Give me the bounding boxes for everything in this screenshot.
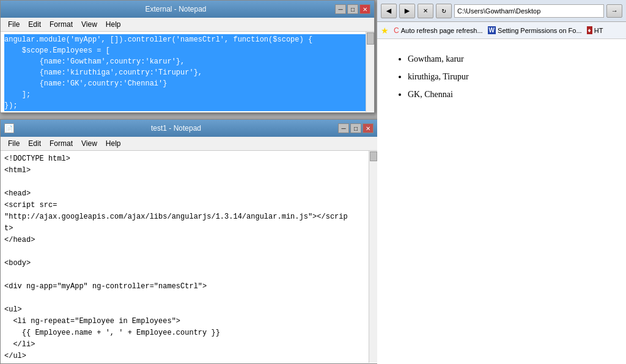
- bookmark-ht[interactable]: ♦ HT: [587, 26, 603, 34]
- external-close-btn[interactable]: ✕: [359, 4, 370, 14]
- bookmark-star-icon: ★: [381, 26, 389, 35]
- test1-menu-format[interactable]: Format: [46, 138, 76, 149]
- browser-content-area: Gowtham, karur kiruthiga, Tirupur GK, Ch…: [377, 39, 626, 364]
- browser-go-btn[interactable]: →: [606, 4, 622, 18]
- external-editor-area[interactable]: angular.module('myApp', []).controller('…: [1, 32, 374, 112]
- external-menu-file[interactable]: File: [4, 19, 23, 30]
- test1-menu-edit[interactable]: Edit: [24, 138, 45, 149]
- bookmark-permissions[interactable]: W Setting Permissions on Fo...: [488, 26, 582, 34]
- code-line-6: });: [4, 100, 370, 111]
- external-title-bar: External - Notepad ─ □ ✕: [1, 1, 374, 18]
- test1-title-bar: 📄 test1 - Notepad ─ □ ✕: [1, 120, 377, 137]
- ht-icon: ♦: [587, 26, 592, 34]
- code-line-4: {name:'GK',country:'Chennai'}: [4, 78, 370, 89]
- browser-refresh-btn[interactable]: ↻: [436, 4, 452, 18]
- external-minimize-btn[interactable]: ─: [335, 4, 346, 14]
- test1-menu-help[interactable]: Help: [102, 138, 125, 149]
- code-line-0: angular.module('myApp', []).controller('…: [4, 34, 370, 45]
- test1-scroll-thumb[interactable]: [370, 151, 377, 161]
- browser-bookmarks-bar: ★ C Auto refresh page refresh... W Setti…: [377, 22, 626, 39]
- browser-back-btn[interactable]: ◀: [381, 4, 397, 18]
- browser-window: ◀ ▶ ✕ ↻ → ★ C Auto refresh page refresh.…: [377, 0, 626, 364]
- external-menu-bar: File Edit Format View Help: [1, 18, 374, 32]
- browser-address-input[interactable]: [454, 4, 604, 18]
- external-scrollbar[interactable]: [366, 32, 374, 112]
- code-line-2: {name:'Gowtham',country:'karur'},: [4, 56, 370, 67]
- test1-minimize-btn[interactable]: ─: [338, 123, 349, 133]
- employee-item-2: GK, Chennai: [408, 87, 608, 102]
- test1-notepad-window: 📄 test1 - Notepad ─ □ ✕ File Edit Format…: [0, 119, 378, 364]
- test1-menu-bar: File Edit Format View Help: [1, 137, 377, 151]
- external-menu-format[interactable]: Format: [46, 19, 76, 30]
- browser-forward-btn[interactable]: ▶: [399, 4, 415, 18]
- employee-item-1: kiruthiga, Tirupur: [408, 69, 608, 84]
- permissions-icon: W: [488, 26, 496, 34]
- test1-menu-view[interactable]: View: [78, 138, 101, 149]
- code-line-3: {name:'kiruthiga',country:'Tirupur'},: [4, 67, 370, 78]
- test1-scrollbar[interactable]: [369, 151, 377, 363]
- autorefresh-icon: C: [394, 26, 399, 35]
- star-icon: ★: [381, 26, 389, 35]
- code-line-5: ];: [4, 89, 370, 100]
- bookmark-permissions-label: Setting Permissions on Fo...: [498, 27, 582, 34]
- external-window-title: External - Notepad: [17, 5, 335, 13]
- external-scroll-thumb[interactable]: [367, 32, 374, 45]
- test1-menu-file[interactable]: File: [4, 138, 23, 149]
- test1-window-icon: 📄: [4, 123, 14, 133]
- test1-code: <!DOCTYPE html> <html> <head> <script sr…: [4, 153, 374, 363]
- code-line-1: $scope.Employees = [: [4, 45, 370, 56]
- test1-close-btn[interactable]: ✕: [363, 123, 374, 133]
- test1-window-title: test1 - Notepad: [14, 124, 338, 133]
- employee-list: Gowtham, karur kiruthiga, Tirupur GK, Ch…: [408, 51, 608, 103]
- external-window-controls: ─ □ ✕: [335, 4, 370, 14]
- external-menu-view[interactable]: View: [78, 19, 101, 30]
- test1-editor-area[interactable]: <!DOCTYPE html> <html> <head> <script sr…: [1, 151, 377, 363]
- test1-window-controls: ─ □ ✕: [338, 123, 374, 133]
- browser-toolbar: ◀ ▶ ✕ ↻ →: [377, 0, 626, 22]
- test1-maximize-btn[interactable]: □: [350, 123, 361, 133]
- bookmark-autorefresh-label: Auto refresh page refresh...: [401, 27, 483, 34]
- external-notepad-window: External - Notepad ─ □ ✕ File Edit Forma…: [0, 0, 375, 113]
- external-menu-edit[interactable]: Edit: [24, 19, 45, 30]
- bookmark-autorefresh[interactable]: C Auto refresh page refresh...: [394, 26, 483, 35]
- bookmark-ht-label: HT: [594, 27, 603, 34]
- browser-stop-btn[interactable]: ✕: [418, 4, 433, 18]
- external-maximize-btn[interactable]: □: [347, 4, 358, 14]
- external-menu-help[interactable]: Help: [102, 19, 125, 30]
- employee-item-0: Gowtham, karur: [408, 51, 608, 67]
